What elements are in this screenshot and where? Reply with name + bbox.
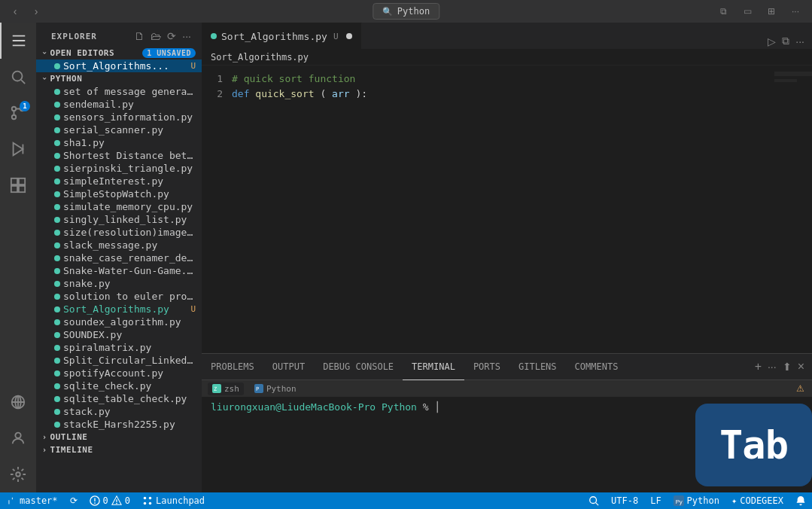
open-editor-filename: Sort_Algorithms... (63, 60, 186, 72)
terminal-options-button[interactable]: ··· (766, 359, 778, 374)
tab-gitlens[interactable]: GITLENS (509, 354, 566, 380)
outline-section[interactable]: › OUTLINE (36, 431, 202, 443)
list-item[interactable]: spiralmatrix.py (36, 341, 202, 354)
maximize-panel-button[interactable]: ⬆ (781, 359, 793, 374)
list-item[interactable]: Shortest Distance betwe... (36, 149, 202, 162)
list-item[interactable]: snake_case_renamer_dep... (36, 251, 202, 264)
list-item[interactable]: Snake-Water-Gun-Game.py (36, 264, 202, 277)
new-folder-button[interactable]: 🗁 (149, 29, 163, 44)
terminal-tabs-right: + ··· ⬆ × (753, 358, 812, 375)
split-editor-right-button[interactable]: ⧉ (780, 33, 791, 49)
list-item[interactable]: Split_Circular_Linked_List... (36, 354, 202, 367)
sub-tab-zsh[interactable]: Z zsh (208, 383, 244, 395)
status-line-ending[interactable]: LF (644, 492, 667, 509)
activity-explorer[interactable] (0, 23, 36, 59)
status-language[interactable]: Py Python (668, 492, 725, 509)
activity-accounts[interactable] (0, 420, 36, 456)
list-item[interactable]: set of message generate... (36, 85, 202, 98)
editor-tab-sort-algorithms[interactable]: Sort_Algorithms.py U (202, 23, 362, 49)
filename: singly_linked_list.py (63, 214, 196, 225)
list-item[interactable]: stackE_Harsh2255.py (36, 418, 202, 431)
editor-more-button[interactable]: ··· (794, 34, 806, 49)
list-item[interactable]: sqlite_check.py (36, 379, 202, 392)
minimap (774, 66, 812, 353)
list-item[interactable]: soundex_algorithm.py (36, 315, 202, 328)
open-editor-sort-algorithms[interactable]: Sort_Algorithms... U (36, 59, 202, 72)
tab-ports[interactable]: PORTS (464, 354, 509, 380)
error-icon (90, 495, 100, 506)
editor-content[interactable]: 1 # quick sort function 2 def quick_sort… (202, 66, 812, 353)
list-item[interactable]: snake.py (36, 277, 202, 290)
new-file-button[interactable]: 🗋 (132, 29, 146, 44)
tab-output[interactable]: OUTPUT (263, 354, 314, 380)
status-search[interactable] (582, 492, 605, 509)
status-encoding[interactable]: UTF-8 (605, 492, 644, 509)
list-item-sort-algorithms[interactable]: Sort_Algorithms.py U (36, 303, 202, 315)
list-item[interactable]: sierpinski_triangle.py (36, 162, 202, 175)
open-editors-section[interactable]: › OPEN EDITORS 1 Unsaved (36, 47, 202, 59)
list-item[interactable]: spotifyAccount.py (36, 367, 202, 379)
status-branch[interactable]: master* (0, 492, 64, 509)
back-button[interactable]: ‹ (6, 2, 24, 20)
tab-comments[interactable]: COMMENTS (566, 354, 628, 380)
list-item[interactable]: simpleInterest.py (36, 175, 202, 187)
status-codegeex[interactable]: ✦ CODEGEEX (725, 492, 789, 509)
more-actions-button[interactable]: ··· (785, 4, 806, 19)
list-item[interactable]: sqlite_table_check.py (36, 392, 202, 405)
file-icon (54, 89, 60, 95)
list-item[interactable]: simulate_memory_cpu.py (36, 200, 202, 213)
list-item[interactable]: solution to euler project pr... (36, 290, 202, 303)
activity-source-control[interactable]: 1 (0, 95, 36, 131)
toggle-panel-button[interactable]: ▭ (737, 4, 758, 19)
close-panel-button[interactable]: × (796, 358, 806, 375)
problems-label: PROBLEMS (211, 361, 254, 372)
status-launchpad[interactable]: Launchpad (136, 492, 211, 509)
list-item[interactable]: SimpleStopWatch.py (36, 187, 202, 200)
editor-tabs-right: ▷ ⧉ ··· (766, 33, 812, 49)
list-item[interactable]: singly_linked_list.py (36, 213, 202, 226)
list-item[interactable]: stack.py (36, 405, 202, 418)
status-errors[interactable]: 0 0 (84, 492, 136, 509)
layout-button[interactable]: ⊞ (761, 4, 782, 19)
run-editor-button[interactable]: ▷ (766, 34, 777, 49)
list-item[interactable]: sendemail.py (36, 98, 202, 111)
activity-search[interactable] (0, 59, 36, 95)
activity-run[interactable] (0, 131, 36, 167)
activity-remote[interactable] (0, 384, 36, 420)
tab-debug-console[interactable]: DEBUG CONSOLE (314, 354, 403, 380)
svg-point-13 (15, 433, 20, 438)
terminal-sub-right: ⚠ (795, 382, 806, 395)
status-sync[interactable]: ⟳ (64, 492, 84, 509)
tab-problems[interactable]: PROBLEMS (202, 354, 263, 380)
breadcrumb-item[interactable]: Sort_Algorithms.py (211, 52, 309, 62)
list-item[interactable]: SOUNDEX.py (36, 328, 202, 341)
svg-point-27 (149, 502, 152, 505)
launchpad-icon (142, 495, 153, 506)
tab-terminal[interactable]: TERMINAL (403, 354, 464, 380)
line-number-1: 1 (202, 72, 232, 87)
add-terminal-button[interactable]: + (753, 358, 763, 375)
sub-tab-python[interactable]: P Python (250, 383, 301, 395)
list-item[interactable]: sensors_information.py (36, 111, 202, 123)
list-item[interactable]: size(resolution)image.py (36, 226, 202, 239)
activity-settings[interactable] (0, 456, 36, 492)
svg-point-0 (13, 72, 23, 81)
svg-point-28 (590, 497, 597, 504)
python-section-header[interactable]: › PYTHON (36, 72, 202, 85)
list-item[interactable]: sha1.py (36, 136, 202, 149)
status-notifications[interactable] (789, 492, 812, 509)
launchpad-label: Launchpad (156, 495, 205, 506)
file-icon (54, 140, 60, 146)
collapse-button[interactable]: ··· (181, 29, 193, 44)
refresh-button[interactable]: ⟳ (166, 29, 178, 44)
split-editor-button[interactable]: ⧉ (713, 4, 734, 19)
list-item[interactable]: serial_scanner.py (36, 123, 202, 136)
forward-button[interactable]: › (27, 2, 45, 20)
svg-rect-10 (19, 186, 25, 192)
filename: Sort_Algorithms.py (63, 303, 186, 315)
list-item[interactable]: slack_message.py (36, 239, 202, 251)
activity-extensions[interactable] (0, 167, 36, 203)
title-bar-title[interactable]: 🔍 Python (373, 3, 439, 20)
warning-icon-button[interactable]: ⚠ (795, 382, 806, 395)
timeline-section[interactable]: › TIMELINE (36, 443, 202, 456)
